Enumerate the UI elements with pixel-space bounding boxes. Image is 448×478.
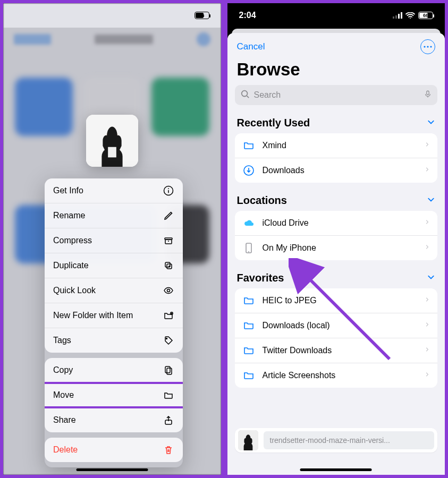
section-title: Favorites: [237, 272, 284, 284]
search-input[interactable]: Search: [235, 85, 438, 105]
chevron-down-icon: [427, 117, 435, 129]
row-label: Downloads (local): [263, 321, 418, 330]
row-icloud[interactable]: iCloud Drive: [235, 211, 438, 236]
chevron-down-icon: [427, 272, 435, 284]
row-heic[interactable]: HEIC to JPEG: [235, 288, 438, 313]
ctx-label: Get Info: [53, 186, 83, 195]
row-label: iCloud Drive: [263, 218, 418, 228]
home-indicator[interactable]: [76, 468, 148, 471]
row-label: On My iPhone: [263, 243, 418, 253]
chevron-right-icon: [425, 370, 430, 381]
search-icon: [240, 89, 250, 101]
svg-rect-24: [395, 15, 397, 19]
svg-rect-25: [398, 14, 400, 19]
row-dl-local[interactable]: Downloads (local): [235, 313, 438, 338]
row-label: HEIC to JPEG: [263, 296, 418, 305]
trash-icon: [163, 444, 174, 456]
svg-rect-23: [393, 16, 394, 19]
compress-item[interactable]: Compress: [45, 228, 183, 253]
chevron-right-icon: [425, 320, 430, 331]
page-title: Browse: [227, 56, 445, 85]
row-twitter-dl[interactable]: Twitter Downloads: [235, 338, 438, 363]
row-label: Xmind: [263, 141, 418, 150]
duplicate-item[interactable]: Duplicate: [45, 253, 183, 278]
share-icon: [163, 414, 174, 426]
section-title: Recently Used: [237, 117, 310, 129]
section-list-recent: XmindDownloads: [235, 133, 438, 183]
browse-sheet: Cancel Browse Search Recently UsedXmindD…: [227, 33, 445, 475]
row-on-my-iphone[interactable]: On My iPhone: [235, 236, 438, 260]
tags-item[interactable]: Tags: [45, 328, 183, 353]
new-folder-item[interactable]: New Folder with Item: [45, 303, 183, 328]
file-preview-thumb: [86, 115, 138, 167]
move-file-bar: trendsetter-mood-maze-main-versi...: [235, 428, 438, 453]
mic-icon[interactable]: [424, 89, 432, 101]
move-file-name: trendsetter-mood-maze-main-versi...: [264, 431, 435, 449]
row-label: Downloads: [263, 166, 418, 175]
folder-icon: [163, 389, 174, 401]
status-time: 2:04: [239, 11, 256, 20]
cancel-button[interactable]: Cancel: [237, 41, 265, 52]
svg-point-30: [430, 46, 432, 47]
duplicate-icon: [163, 260, 174, 271]
ctx-label: Share: [53, 415, 76, 425]
ctx-label: Move: [53, 390, 74, 400]
folder-icon: [242, 319, 255, 332]
left-screenshot: 2:04 66 Get InfoRenameCompressDuplicateQ…: [2, 2, 223, 476]
row-label: Twitter Downloads: [263, 346, 418, 355]
archive-icon: [163, 235, 174, 246]
svg-point-29: [427, 46, 428, 47]
chevron-right-icon: [425, 243, 430, 253]
ctx-label: Rename: [53, 211, 85, 220]
rename-item[interactable]: Rename: [45, 203, 183, 228]
tag-icon: [163, 335, 174, 346]
eye-icon: [163, 285, 174, 296]
get-info-item[interactable]: Get Info: [45, 178, 183, 203]
download-icon: [242, 164, 255, 177]
copy-item[interactable]: Copy: [45, 358, 183, 383]
section-list-locations: iCloud DriveOn My iPhone: [235, 211, 438, 260]
ctx-label: Tags: [53, 336, 71, 345]
svg-point-28: [424, 46, 425, 47]
status-bar: 2:04 66: [227, 3, 445, 28]
move-file-thumb: [238, 430, 258, 450]
svg-rect-22: [108, 147, 116, 158]
copy-icon: [163, 364, 174, 376]
folder-icon: [242, 294, 255, 307]
row-downloads[interactable]: Downloads: [235, 158, 438, 183]
cloud-icon: [242, 217, 255, 229]
info-icon: [163, 185, 174, 197]
share-item[interactable]: Share: [45, 408, 183, 432]
row-xmind[interactable]: Xmind: [235, 133, 438, 158]
section-title: Locations: [237, 194, 287, 207]
folder-icon: [242, 369, 255, 382]
home-indicator[interactable]: [300, 468, 372, 471]
right-screenshot: 2:04 66 Cancel Browse Search Recently Us…: [226, 2, 447, 476]
chevron-right-icon: [425, 345, 430, 356]
row-article-ss[interactable]: Article Screenshots: [235, 363, 438, 388]
row-label: Article Screenshots: [263, 371, 418, 380]
chevron-right-icon: [425, 218, 430, 228]
ctx-label: Compress: [53, 236, 92, 245]
chevron-right-icon: [425, 140, 430, 151]
iphone-icon: [242, 242, 255, 254]
delete-item[interactable]: Delete: [45, 438, 183, 462]
battery-icon: 66: [418, 12, 433, 19]
section-header-recent[interactable]: Recently Used: [227, 114, 445, 133]
quick-look-item[interactable]: Quick Look: [45, 278, 183, 303]
chevron-right-icon: [425, 295, 430, 306]
pencil-icon: [163, 210, 174, 221]
svg-rect-26: [401, 12, 402, 19]
chevron-down-icon: [427, 194, 435, 207]
section-header-locations[interactable]: Locations: [227, 191, 445, 211]
ctx-label: Duplicate: [53, 261, 89, 270]
move-item[interactable]: Move: [45, 383, 183, 408]
wifi-icon: [405, 12, 415, 19]
ctx-label: Quick Look: [53, 286, 96, 295]
section-header-favorites[interactable]: Favorites: [227, 269, 445, 288]
svg-point-27: [410, 18, 411, 19]
signal-icon: [393, 12, 402, 19]
folder-icon: [242, 139, 255, 152]
more-button[interactable]: [420, 39, 435, 54]
section-list-favorites: HEIC to JPEGDownloads (local)Twitter Dow…: [235, 288, 438, 388]
